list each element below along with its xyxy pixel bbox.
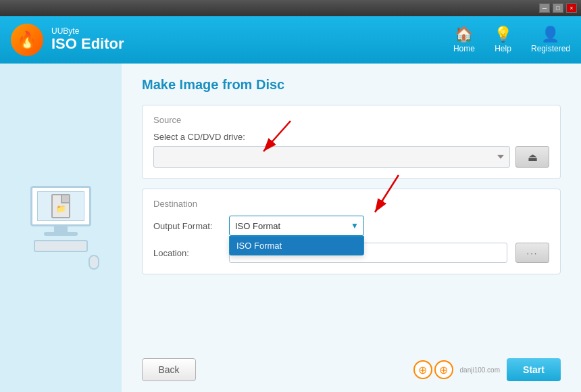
brand-name: UUByte — [51, 27, 124, 35]
maximize-button[interactable]: □ — [553, 3, 563, 13]
destination-section: Destination Output Format: ISO Format IS… — [142, 189, 561, 274]
registered-icon: 👤 — [541, 27, 559, 42]
header-nav: 🏠 Home 💡 Help 👤 Registered — [453, 27, 570, 53]
nav-help[interactable]: 💡 Help — [494, 27, 512, 53]
nav-registered[interactable]: 👤 Registered — [531, 27, 570, 53]
page-title: Make Image from Disc — [142, 77, 561, 93]
logo-icon: 🔥 — [11, 24, 43, 56]
zip-icon: 📁 — [51, 194, 70, 218]
mouse-illustration — [89, 255, 99, 270]
output-format-row: Output Format: ISO Format ISO Format ▼ I… — [153, 216, 549, 236]
format-select-wrapper: ISO Format ISO Format ▼ ISO Format — [229, 216, 364, 236]
title-bar: ─ □ × — [0, 0, 581, 16]
monitor-illustration: 📁 — [30, 186, 91, 226]
dropdown-item-iso[interactable]: ISO Format — [230, 237, 363, 255]
nav-help-label: Help — [495, 44, 511, 53]
format-select[interactable]: ISO Format ISO Format — [229, 216, 364, 236]
bottom-bar: Back ⊕ ⊕ danji100.com Start — [142, 358, 561, 381]
back-button[interactable]: Back — [142, 358, 196, 381]
eject-icon: ⏏ — [528, 151, 538, 164]
location-label: Location: — [153, 248, 221, 258]
product-name: ISO Editor — [51, 35, 124, 53]
monitor-base — [44, 232, 78, 236]
source-section-label: Source — [153, 115, 549, 125]
nav-registered-label: Registered — [531, 44, 570, 53]
start-button[interactable]: Start — [507, 358, 561, 381]
source-section: Source Select a CD/DVD drive: ⏏ — [142, 105, 561, 179]
close-button[interactable]: × — [566, 3, 577, 13]
destination-section-label: Destination — [153, 199, 549, 209]
header: 🔥 UUByte ISO Editor 🏠 Home 💡 Help 👤 Regi… — [0, 16, 581, 64]
sidebar-illustration: 📁 — [22, 186, 99, 270]
sidebar: 📁 — [0, 64, 122, 392]
output-format-label: Output Format: — [153, 221, 221, 231]
main-layout: 📁 Make Image from Disc Source Select a C… — [0, 64, 581, 392]
content-area: Make Image from Disc Source Select a CD/… — [122, 64, 581, 392]
nav-home-label: Home — [453, 44, 475, 53]
drive-field-label: Select a CD/DVD drive: — [153, 132, 549, 142]
home-icon: 🏠 — [455, 27, 473, 42]
eject-button[interactable]: ⏏ — [515, 146, 549, 168]
drive-select[interactable] — [153, 146, 510, 168]
minimize-button[interactable]: ─ — [539, 3, 550, 13]
browse-icon: ··· — [527, 248, 538, 258]
drive-row: ⏏ — [153, 146, 549, 168]
monitor-stand — [54, 226, 68, 232]
logo-text: UUByte ISO Editor — [51, 27, 124, 53]
keyboard-illustration — [34, 240, 88, 252]
format-dropdown: ISO Format — [229, 236, 364, 255]
help-icon: 💡 — [494, 27, 512, 42]
nav-home[interactable]: 🏠 Home — [453, 27, 475, 53]
browse-button[interactable]: ··· — [515, 243, 549, 263]
circle-icon-2: ⊕ — [434, 360, 453, 379]
watermark: danji100.com — [460, 366, 500, 374]
circle-icon-1: ⊕ — [413, 360, 432, 379]
